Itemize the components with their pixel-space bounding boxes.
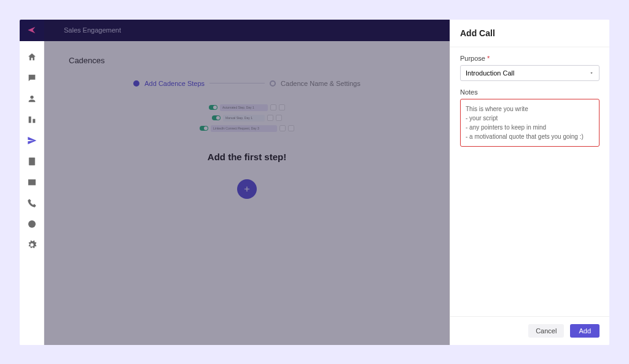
nav-cadences-icon[interactable] xyxy=(27,136,37,145)
add-button[interactable]: Add xyxy=(570,324,600,338)
notes-label: Notes xyxy=(460,88,600,96)
purpose-label: Purpose * xyxy=(460,55,600,62)
nav-home-icon[interactable] xyxy=(27,52,37,62)
nav-phone-icon[interactable] xyxy=(27,198,37,208)
sidebar xyxy=(20,20,44,345)
app-logo[interactable] xyxy=(20,20,44,41)
panel-header: Add Call xyxy=(450,20,609,47)
nav-inbox-icon[interactable] xyxy=(27,73,37,83)
nav-icon-list xyxy=(27,41,37,250)
nav-contacts-icon[interactable] xyxy=(27,94,37,104)
nav-tasks-icon[interactable] xyxy=(27,157,37,166)
svg-point-1 xyxy=(28,220,36,228)
purpose-value: Introduction Call xyxy=(466,69,515,77)
panel-footer: Cancel Add xyxy=(450,316,609,345)
add-call-panel: Add Call Purpose * Introduction Call Not… xyxy=(450,20,609,345)
cancel-button[interactable]: Cancel xyxy=(528,324,564,338)
modal-overlay[interactable] xyxy=(44,20,450,345)
nav-analytics-icon[interactable] xyxy=(27,219,37,229)
nav-settings-icon[interactable] xyxy=(27,240,37,250)
main-area: Sales Engagement Cadences Add Cadence St… xyxy=(44,20,450,345)
chevron-down-icon xyxy=(589,71,594,76)
notes-textarea[interactable]: This is where you write - your script - … xyxy=(460,99,600,147)
purpose-select[interactable]: Introduction Call xyxy=(460,65,600,81)
panel-body: Purpose * Introduction Call Notes This i… xyxy=(450,47,609,316)
nav-companies-icon[interactable] xyxy=(27,115,37,125)
nav-mail-icon[interactable] xyxy=(27,177,37,187)
app-frame: Sales Engagement Cadences Add Cadence St… xyxy=(20,20,609,345)
panel-title: Add Call xyxy=(460,28,600,38)
svg-rect-0 xyxy=(29,158,34,165)
